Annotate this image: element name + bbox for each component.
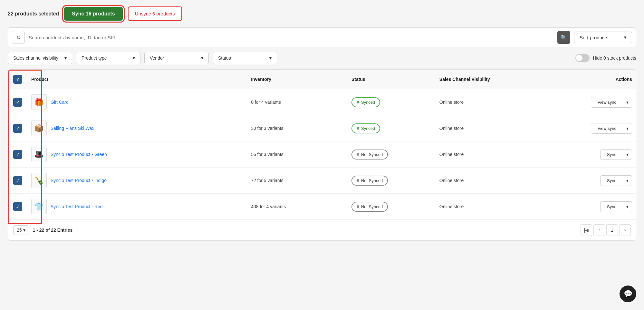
row-inventory-3: 72 for 5 variants bbox=[247, 168, 348, 194]
row-inventory-2: 56 for 3 variants bbox=[247, 141, 348, 168]
vendor-label: Vendor bbox=[150, 55, 164, 61]
action-caret-btn-1[interactable]: ▾ bbox=[623, 123, 632, 134]
hide-stock-wrapper: Hide 0 stock products bbox=[575, 54, 636, 62]
row-checkbox-cell-4: ✓ bbox=[8, 194, 27, 220]
refresh-icon: ↻ bbox=[16, 34, 21, 41]
product-cell-0: 🎁 Gift Card bbox=[31, 94, 243, 110]
action-caret-btn-0[interactable]: ▾ bbox=[623, 97, 632, 108]
row-checkbox-4[interactable]: ✓ bbox=[13, 202, 22, 211]
status-filter[interactable]: Status ▾ bbox=[213, 52, 277, 64]
row-actions-0: View sync ▾ bbox=[561, 89, 636, 115]
action-main-btn-4[interactable]: Sync bbox=[600, 201, 623, 212]
visibility-text-3: Online store bbox=[439, 178, 464, 183]
product-name-1[interactable]: Selling Plans Ski Wax bbox=[51, 126, 94, 131]
action-main-btn-0[interactable]: View sync bbox=[591, 97, 623, 108]
vendor-filter[interactable]: Vendor ▾ bbox=[144, 52, 209, 64]
per-page-value: 25 bbox=[17, 228, 22, 233]
per-page-select[interactable]: 25 ▾ bbox=[13, 225, 29, 235]
action-main-btn-1[interactable]: View sync bbox=[591, 123, 623, 134]
header-actions: Actions bbox=[561, 70, 636, 89]
product-type-filter[interactable]: Product type ▾ bbox=[76, 52, 140, 64]
row-product-3: 🍾 Syncio Test Product - Indigo bbox=[27, 168, 247, 194]
actions-cell-2: Sync ▾ bbox=[565, 149, 632, 160]
row-checkbox-cell-1: ✓ bbox=[8, 115, 27, 141]
sync-button[interactable]: Sync 16 products bbox=[64, 7, 122, 21]
product-name-0[interactable]: Gift Card bbox=[51, 100, 69, 105]
row-product-1: 📦 Selling Plans Ski Wax bbox=[27, 115, 247, 141]
row-visibility-0: Online store bbox=[436, 89, 561, 115]
next-page-button[interactable]: › bbox=[619, 224, 631, 236]
row-status-3: Not Synced bbox=[348, 168, 436, 194]
filter-row: Sales channel visibility ▾ Product type … bbox=[8, 52, 636, 64]
select-all-checkbox[interactable]: ✓ bbox=[13, 75, 22, 84]
status-badge-0: Synced bbox=[351, 97, 380, 107]
table-row: ✓ 🎩 Syncio Test Product - Green 56 for 3… bbox=[8, 141, 636, 168]
status-dot-0 bbox=[357, 101, 359, 103]
product-cell-3: 🍾 Syncio Test Product - Indigo bbox=[31, 173, 243, 188]
sales-channel-filter[interactable]: Sales channel visibility ▾ bbox=[8, 52, 72, 64]
table-row: ✓ 🎁 Gift Card 0 for 4 variants Synced On… bbox=[8, 89, 636, 115]
product-name-3[interactable]: Syncio Test Product - Indigo bbox=[51, 178, 107, 183]
row-checkbox-2[interactable]: ✓ bbox=[13, 150, 22, 159]
row-checkbox-3[interactable]: ✓ bbox=[13, 176, 22, 185]
product-name-4[interactable]: Syncio Test Product - Red bbox=[51, 204, 103, 209]
row-visibility-2: Online store bbox=[436, 141, 561, 168]
action-caret-btn-3[interactable]: ▾ bbox=[623, 175, 632, 186]
product-name-2[interactable]: Syncio Test Product - Green bbox=[51, 152, 107, 157]
first-page-button[interactable]: |◀ bbox=[581, 224, 592, 236]
row-actions-3: Sync ▾ bbox=[561, 168, 636, 194]
search-button[interactable]: 🔍 bbox=[557, 31, 570, 44]
action-caret-btn-2[interactable]: ▾ bbox=[623, 149, 632, 160]
first-page-icon: |◀ bbox=[584, 228, 589, 233]
products-table: ✓ Product Inventory Status Sales Channel… bbox=[8, 70, 636, 219]
product-type-label: Product type bbox=[82, 55, 107, 61]
row-checkbox-cell-2: ✓ bbox=[8, 141, 27, 168]
chevron-down-icon: ▾ bbox=[64, 55, 67, 61]
product-thumb-4: 👕 bbox=[31, 199, 47, 214]
row-checkbox-1[interactable]: ✓ bbox=[13, 124, 22, 133]
row-status-2: Not Synced bbox=[348, 141, 436, 168]
table-row: ✓ 📦 Selling Plans Ski Wax 30 for 3 varia… bbox=[8, 115, 636, 141]
next-page-icon: › bbox=[624, 228, 626, 233]
actions-cell-3: Sync ▾ bbox=[565, 175, 632, 186]
action-bar: 22 products selected Sync 16 products Un… bbox=[8, 6, 636, 21]
action-main-btn-3[interactable]: Sync bbox=[600, 175, 623, 186]
prev-page-button[interactable]: ‹ bbox=[593, 224, 605, 236]
row-visibility-3: Online store bbox=[436, 168, 561, 194]
status-badge-3: Not Synced bbox=[351, 176, 388, 186]
row-status-4: Not Synced bbox=[348, 194, 436, 220]
sort-label: Sort products bbox=[580, 35, 608, 40]
chat-button[interactable]: 💬 bbox=[620, 286, 636, 302]
actions-cell-0: View sync ▾ bbox=[565, 97, 632, 108]
row-visibility-1: Online store bbox=[436, 115, 561, 141]
inventory-text-3: 72 for 5 variants bbox=[251, 178, 283, 183]
action-caret-btn-4[interactable]: ▾ bbox=[623, 201, 632, 212]
visibility-text-0: Online store bbox=[439, 100, 464, 105]
product-cell-2: 🎩 Syncio Test Product - Green bbox=[31, 147, 243, 162]
search-input[interactable] bbox=[29, 35, 553, 40]
row-checkbox-cell-0: ✓ bbox=[8, 89, 27, 115]
product-thumb-1: 📦 bbox=[31, 121, 47, 136]
selected-count: 22 products selected bbox=[8, 11, 59, 17]
status-dot-2 bbox=[357, 153, 359, 156]
hide-stock-label: Hide 0 stock products bbox=[593, 55, 636, 61]
main-card: ✓ Product Inventory Status Sales Channel… bbox=[8, 69, 636, 241]
status-label: Status bbox=[218, 55, 231, 61]
actions-cell-1: View sync ▾ bbox=[565, 123, 632, 134]
visibility-text-1: Online store bbox=[439, 126, 464, 131]
search-icon: 🔍 bbox=[561, 34, 567, 41]
row-actions-2: Sync ▾ bbox=[561, 141, 636, 168]
hide-stock-toggle[interactable] bbox=[575, 54, 590, 62]
action-main-btn-2[interactable]: Sync bbox=[600, 149, 623, 160]
header-status: Status bbox=[348, 70, 436, 89]
row-inventory-4: 408 for 4 variants bbox=[247, 194, 348, 220]
refresh-button[interactable]: ↻ bbox=[12, 31, 25, 44]
unsync-button[interactable]: Unsync 6 products bbox=[128, 6, 182, 21]
sort-button[interactable]: Sort products ▾ bbox=[574, 32, 632, 43]
chevron-down-icon: ▾ bbox=[23, 228, 25, 233]
status-dot-3 bbox=[357, 179, 359, 182]
row-product-2: 🎩 Syncio Test Product - Green bbox=[27, 141, 247, 168]
status-badge-2: Not Synced bbox=[351, 150, 388, 160]
row-checkbox-0[interactable]: ✓ bbox=[13, 98, 22, 107]
prev-page-icon: ‹ bbox=[599, 228, 600, 233]
